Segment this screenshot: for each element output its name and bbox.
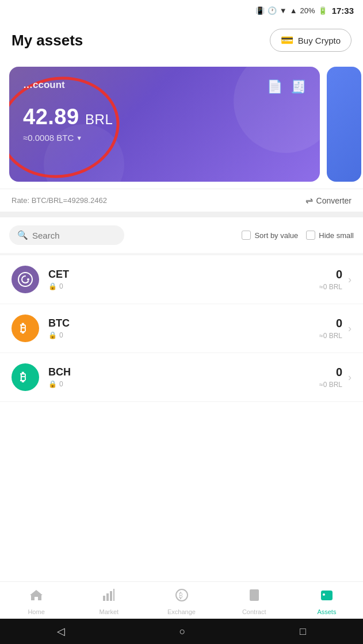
cet-locked-value: 0 — [59, 282, 63, 290]
cet-amount: 0 ≈0 BRL — [319, 268, 342, 291]
btc-value: 0 — [319, 317, 342, 330]
card-scroll[interactable]: …ccount 📄 🧾 42.89 BRL ≈0.0008 BTC ▼ — [0, 60, 363, 189]
bch-brl: ≈0 BRL — [319, 381, 342, 389]
hide-small-label: Hide small — [319, 231, 354, 240]
nav-assets-label: Assets — [317, 608, 336, 615]
svg-rect-4 — [103, 596, 105, 601]
nav-contract[interactable]: Contract — [218, 588, 291, 615]
converter-button[interactable]: ⇌ Converter — [305, 195, 351, 206]
card-area: …ccount 📄 🧾 42.89 BRL ≈0.0008 BTC ▼ — [0, 60, 363, 189]
market-icon — [101, 588, 116, 606]
btc-locked-value: 0 — [59, 331, 63, 339]
bch-amount: 0 ≈0 BRL — [319, 366, 342, 389]
lock-icon: 🔒 — [48, 282, 57, 290]
asset-list: CET 🔒 0 0 ≈0 BRL › ₿ BTC 🔒 0 0 ≈ — [0, 255, 363, 402]
cet-logo — [12, 266, 39, 293]
nav-contract-label: Contract — [242, 608, 266, 615]
nav-market-label: Market — [99, 608, 119, 615]
bch-name: BCH — [48, 366, 319, 378]
svg-rect-5 — [106, 593, 109, 601]
account-label: …ccount — [23, 79, 65, 91]
nav-market[interactable]: Market — [72, 588, 145, 615]
nav-assets[interactable]: Assets — [291, 588, 363, 615]
home-icon — [29, 588, 44, 606]
hide-small-filter[interactable]: Hide small — [306, 231, 354, 240]
btc-locked: 🔒 0 — [48, 331, 319, 339]
bottom-nav: Home Market ₿ Exchange Contract Assets — [0, 581, 363, 619]
svg-rect-12 — [251, 595, 257, 596]
android-recents-button[interactable]: □ — [300, 626, 306, 638]
android-home-button[interactable]: ○ — [179, 626, 186, 638]
wifi-icon: ▼ — [280, 6, 287, 15]
hide-small-checkbox[interactable] — [306, 231, 315, 240]
battery-status: 20% — [300, 6, 315, 15]
rate-bar: Rate: BTC/BRL=49298.2462 ⇌ Converter — [0, 189, 363, 212]
btc-logo: ₿ — [12, 315, 39, 342]
cet-name: CET — [48, 269, 319, 281]
converter-icon: ⇌ — [305, 195, 313, 206]
nav-home[interactable]: Home — [0, 588, 72, 615]
header: My assets 💳 Buy Crypto — [0, 21, 363, 60]
sort-by-value-checkbox[interactable] — [242, 231, 251, 240]
converter-label: Converter — [316, 196, 351, 205]
card-amount-value: 42.89 — [23, 105, 79, 129]
card-icon: 💳 — [281, 34, 293, 47]
sort-by-value-label: Sort by value — [254, 231, 298, 240]
android-nav: ◁ ○ □ — [0, 619, 363, 644]
svg-text:₿: ₿ — [20, 322, 26, 335]
search-section: 🔍 Sort by value Hide small — [0, 217, 363, 253]
svg-text:₿: ₿ — [179, 591, 183, 600]
asset-item-btc[interactable]: ₿ BTC 🔒 0 0 ≈0 BRL › — [0, 304, 363, 353]
status-time: 17:33 — [332, 6, 354, 16]
section-divider — [0, 212, 363, 217]
secondary-card[interactable] — [327, 67, 361, 182]
svg-point-1 — [27, 278, 29, 281]
bch-locked: 🔒 0 — [48, 380, 319, 388]
status-bar: 📳 🕐 ▼ ▲ 20% 🔋 17:33 — [0, 0, 363, 21]
signal-icon: ▲ — [290, 6, 297, 15]
btc-chevron-icon: › — [348, 323, 351, 335]
account-card[interactable]: …ccount 📄 🧾 42.89 BRL ≈0.0008 BTC ▼ — [9, 67, 320, 182]
sort-by-value-filter[interactable]: Sort by value — [242, 231, 298, 240]
rate-text: Rate: BTC/BRL=49298.2462 — [12, 196, 107, 205]
receipt-icon[interactable]: 🧾 — [291, 79, 306, 94]
battery-icon: 🔋 — [318, 6, 327, 15]
asset-item-bch[interactable]: ₿ BCH 🔒 0 0 ≈0 BRL › — [0, 353, 363, 402]
svg-rect-6 — [110, 591, 112, 601]
cet-brl: ≈0 BRL — [319, 283, 342, 291]
svg-rect-7 — [113, 589, 114, 601]
lock-icon-btc: 🔒 — [48, 331, 57, 339]
page-title: My assets — [12, 32, 83, 49]
bch-chevron-icon: › — [348, 371, 351, 384]
btc-amount: 0 ≈0 BRL — [319, 317, 342, 340]
bch-info: BCH 🔒 0 — [48, 366, 319, 388]
nav-exchange-label: Exchange — [167, 608, 196, 615]
search-input-wrap[interactable]: 🔍 — [9, 225, 124, 245]
vibrate-icon: 📳 — [255, 6, 265, 15]
svg-text:₿: ₿ — [20, 371, 26, 384]
search-input[interactable] — [32, 231, 101, 240]
status-icons: 📳 🕐 ▼ ▲ 20% 🔋 — [255, 6, 327, 15]
bch-logo: ₿ — [12, 363, 39, 391]
lock-icon-bch: 🔒 — [48, 380, 57, 388]
assets-icon — [319, 588, 334, 606]
search-icon: 🔍 — [17, 230, 28, 240]
exchange-icon: ₿ — [174, 588, 189, 606]
cet-info: CET 🔒 0 — [48, 269, 319, 290]
nav-exchange[interactable]: ₿ Exchange — [145, 588, 217, 615]
btc-name: BTC — [48, 317, 319, 329]
document-icon[interactable]: 📄 — [267, 79, 282, 94]
cet-value: 0 — [319, 268, 342, 281]
bch-value: 0 — [319, 366, 342, 379]
spacer — [0, 402, 363, 581]
btc-brl: ≈0 BRL — [319, 332, 342, 340]
clock-icon: 🕐 — [268, 6, 277, 15]
bch-locked-value: 0 — [59, 380, 63, 388]
buy-crypto-button[interactable]: 💳 Buy Crypto — [270, 29, 351, 52]
cet-chevron-icon: › — [348, 274, 351, 286]
contract-icon — [247, 588, 262, 606]
svg-rect-11 — [251, 592, 257, 593]
asset-item-cet[interactable]: CET 🔒 0 0 ≈0 BRL › — [0, 255, 363, 304]
android-back-button[interactable]: ◁ — [57, 625, 65, 638]
svg-rect-13 — [251, 597, 255, 598]
